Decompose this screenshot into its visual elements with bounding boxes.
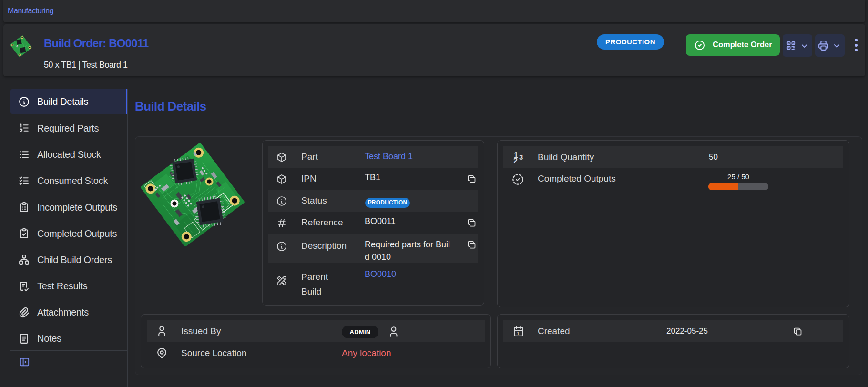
svg-text:1: 1 bbox=[517, 331, 519, 336]
